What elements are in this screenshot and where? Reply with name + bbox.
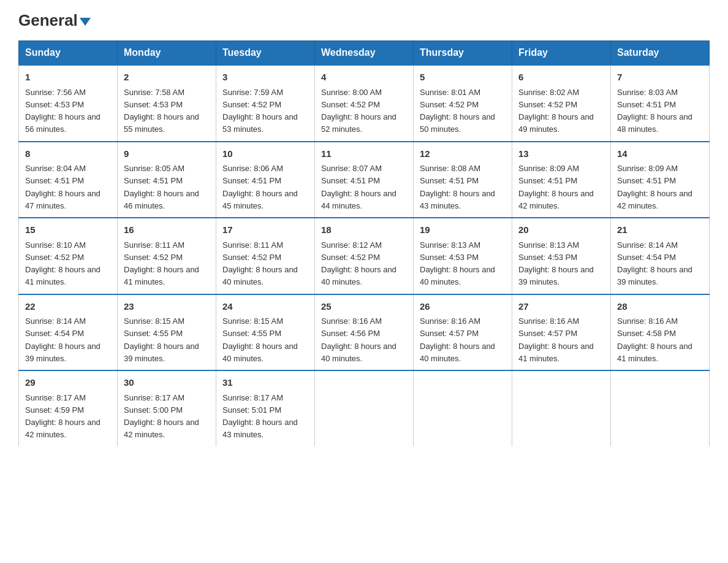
sunrise-info: Sunrise: 8:01 AM <box>420 88 480 97</box>
daylight-info: Daylight: 8 hours and 39 minutes. <box>617 265 692 286</box>
sunset-info: Sunset: 4:52 PM <box>222 253 281 262</box>
daylight-info: Daylight: 8 hours and 40 minutes. <box>222 265 298 286</box>
sunrise-info: Sunrise: 8:09 AM <box>518 164 579 173</box>
day-number: 22 <box>25 300 111 314</box>
calendar-day-cell: 2 Sunrise: 7:58 AM Sunset: 4:53 PM Dayli… <box>118 65 216 142</box>
daylight-info: Daylight: 8 hours and 44 minutes. <box>321 189 396 210</box>
calendar-header-row: SundayMondayTuesdayWednesdayThursdayFrid… <box>19 41 710 66</box>
sunrise-info: Sunrise: 8:11 AM <box>222 240 283 250</box>
calendar-day-cell: 26 Sunrise: 8:16 AM Sunset: 4:57 PM Dayl… <box>414 294 512 371</box>
sunrise-info: Sunrise: 8:15 AM <box>222 316 283 326</box>
sunset-info: Sunset: 4:58 PM <box>617 329 676 338</box>
sunrise-info: Sunrise: 8:17 AM <box>124 393 184 402</box>
sunset-info: Sunset: 4:51 PM <box>617 176 676 185</box>
calendar-day-cell: 4 Sunrise: 8:00 AM Sunset: 4:52 PM Dayli… <box>315 65 414 142</box>
sunset-info: Sunset: 4:52 PM <box>420 100 479 109</box>
sunset-info: Sunset: 4:57 PM <box>518 329 577 338</box>
day-number: 3 <box>222 71 308 85</box>
daylight-info: Daylight: 8 hours and 41 minutes. <box>124 265 199 286</box>
sunset-info: Sunset: 4:57 PM <box>420 329 479 338</box>
daylight-info: Daylight: 8 hours and 42 minutes. <box>518 189 594 210</box>
calendar-week-row: 29 Sunrise: 8:17 AM Sunset: 4:59 PM Dayl… <box>19 370 710 446</box>
daylight-info: Daylight: 8 hours and 39 minutes. <box>124 342 199 363</box>
sunset-info: Sunset: 4:53 PM <box>124 100 183 109</box>
day-number: 16 <box>124 223 210 237</box>
sunrise-info: Sunrise: 8:16 AM <box>518 316 579 326</box>
day-number: 30 <box>124 376 210 390</box>
sunset-info: Sunset: 4:55 PM <box>124 329 183 338</box>
sunset-info: Sunset: 5:00 PM <box>124 405 183 415</box>
calendar-day-cell: 13 Sunrise: 8:09 AM Sunset: 4:51 PM Dayl… <box>512 142 611 218</box>
day-number: 1 <box>25 71 111 85</box>
daylight-info: Daylight: 8 hours and 49 minutes. <box>518 112 594 134</box>
daylight-info: Daylight: 8 hours and 45 minutes. <box>222 189 298 210</box>
sunrise-info: Sunrise: 8:12 AM <box>321 240 382 250</box>
calendar-day-cell: 20 Sunrise: 8:13 AM Sunset: 4:53 PM Dayl… <box>512 218 611 294</box>
sunset-info: Sunset: 4:51 PM <box>124 176 183 185</box>
daylight-info: Daylight: 8 hours and 42 minutes. <box>617 189 692 210</box>
sunrise-info: Sunrise: 8:02 AM <box>518 88 579 97</box>
calendar-day-cell: 3 Sunrise: 7:59 AM Sunset: 4:52 PM Dayli… <box>216 65 315 142</box>
daylight-info: Daylight: 8 hours and 40 minutes. <box>321 265 396 286</box>
day-number: 27 <box>518 300 604 314</box>
sunset-info: Sunset: 4:59 PM <box>25 405 84 415</box>
day-of-week-header: Wednesday <box>315 41 414 66</box>
calendar-table: SundayMondayTuesdayWednesdayThursdayFrid… <box>18 40 710 446</box>
calendar-day-cell: 14 Sunrise: 8:09 AM Sunset: 4:51 PM Dayl… <box>611 142 710 218</box>
calendar-week-row: 22 Sunrise: 8:14 AM Sunset: 4:54 PM Dayl… <box>19 294 710 371</box>
day-number: 4 <box>321 71 407 85</box>
calendar-day-cell: 25 Sunrise: 8:16 AM Sunset: 4:56 PM Dayl… <box>315 294 414 371</box>
sunrise-info: Sunrise: 8:09 AM <box>617 164 678 173</box>
day-number: 23 <box>124 300 210 314</box>
day-number: 14 <box>617 147 703 161</box>
calendar-week-row: 8 Sunrise: 8:04 AM Sunset: 4:51 PM Dayli… <box>19 142 710 218</box>
sunset-info: Sunset: 4:51 PM <box>222 176 281 185</box>
daylight-info: Daylight: 8 hours and 40 minutes. <box>222 342 298 363</box>
sunrise-info: Sunrise: 8:17 AM <box>222 393 283 402</box>
sunset-info: Sunset: 4:53 PM <box>420 253 479 262</box>
daylight-info: Daylight: 8 hours and 41 minutes. <box>25 265 100 286</box>
day-number: 17 <box>222 223 308 237</box>
sunset-info: Sunset: 4:53 PM <box>25 100 84 109</box>
daylight-info: Daylight: 8 hours and 52 minutes. <box>321 112 396 134</box>
sunset-info: Sunset: 4:54 PM <box>25 329 84 338</box>
calendar-day-cell: 24 Sunrise: 8:15 AM Sunset: 4:55 PM Dayl… <box>216 294 315 371</box>
sunrise-info: Sunrise: 8:00 AM <box>321 88 382 97</box>
calendar-day-cell: 1 Sunrise: 7:56 AM Sunset: 4:53 PM Dayli… <box>19 65 118 142</box>
day-number: 2 <box>124 71 210 85</box>
sunset-info: Sunset: 4:52 PM <box>518 100 577 109</box>
sunrise-info: Sunrise: 8:14 AM <box>25 316 86 326</box>
daylight-info: Daylight: 8 hours and 43 minutes. <box>222 418 298 439</box>
daylight-info: Daylight: 8 hours and 46 minutes. <box>124 189 199 210</box>
daylight-info: Daylight: 8 hours and 53 minutes. <box>222 112 298 134</box>
day-number: 15 <box>25 223 111 237</box>
sunrise-info: Sunrise: 8:03 AM <box>617 88 678 97</box>
calendar-day-cell: 11 Sunrise: 8:07 AM Sunset: 4:51 PM Dayl… <box>315 142 414 218</box>
calendar-day-cell: 31 Sunrise: 8:17 AM Sunset: 5:01 PM Dayl… <box>216 370 315 446</box>
day-number: 6 <box>518 71 604 85</box>
day-of-week-header: Thursday <box>414 41 512 66</box>
sunrise-info: Sunrise: 8:04 AM <box>25 164 86 173</box>
sunset-info: Sunset: 4:52 PM <box>25 253 84 262</box>
day-of-week-header: Saturday <box>611 41 710 66</box>
sunset-info: Sunset: 4:54 PM <box>617 253 676 262</box>
sunrise-info: Sunrise: 8:10 AM <box>25 240 86 250</box>
daylight-info: Daylight: 8 hours and 40 minutes. <box>420 265 495 286</box>
calendar-day-cell <box>414 370 512 446</box>
day-number: 11 <box>321 147 407 161</box>
day-of-week-header: Monday <box>118 41 216 66</box>
daylight-info: Daylight: 8 hours and 40 minutes. <box>420 342 495 363</box>
calendar-week-row: 15 Sunrise: 8:10 AM Sunset: 4:52 PM Dayl… <box>19 218 710 294</box>
daylight-info: Daylight: 8 hours and 50 minutes. <box>420 112 495 134</box>
sunrise-info: Sunrise: 8:16 AM <box>617 316 678 326</box>
sunrise-info: Sunrise: 8:17 AM <box>25 393 86 402</box>
page-header: General <box>18 12 710 28</box>
calendar-day-cell: 16 Sunrise: 8:11 AM Sunset: 4:52 PM Dayl… <box>118 218 216 294</box>
sunrise-info: Sunrise: 8:14 AM <box>617 240 678 250</box>
calendar-day-cell: 28 Sunrise: 8:16 AM Sunset: 4:58 PM Dayl… <box>611 294 710 371</box>
day-number: 9 <box>124 147 210 161</box>
sunset-info: Sunset: 4:55 PM <box>222 329 281 338</box>
sunset-info: Sunset: 4:52 PM <box>321 253 380 262</box>
calendar-day-cell: 17 Sunrise: 8:11 AM Sunset: 4:52 PM Dayl… <box>216 218 315 294</box>
calendar-day-cell <box>512 370 611 446</box>
